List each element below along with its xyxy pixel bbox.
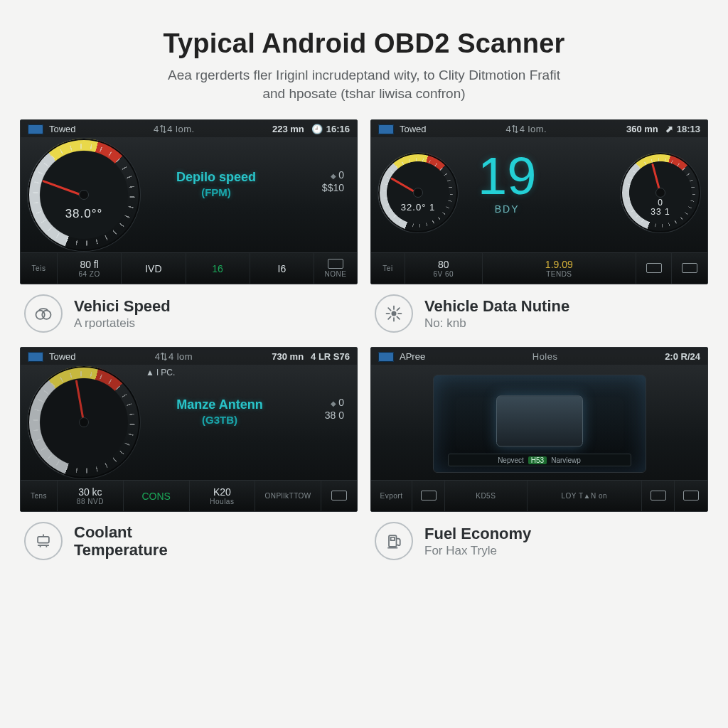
brand-icon: [378, 352, 394, 362]
bb-cell[interactable]: [636, 253, 672, 284]
bb-cell[interactable]: 16: [186, 253, 250, 284]
gauge-readout: 32.0° 1: [378, 202, 458, 213]
bottombar-label: Tens: [31, 492, 47, 500]
caption-title: CoolantTemperature: [74, 523, 168, 560]
bb-cell[interactable]: K20Houlas: [190, 481, 256, 511]
bb-cell[interactable]: LOY T▲N on: [528, 481, 642, 511]
status-bar: Towed 4⇅4 lom. 223 mn 🕘 16:16: [21, 120, 357, 137]
caption-title: Vehicle Data Nutine: [424, 297, 569, 315]
bb-cell[interactable]: IVD: [122, 253, 186, 284]
dashboard-screen-data[interactable]: Towed 4⇅4 lom. 360 mn ⬈ 18:13 32.0° 1 19…: [370, 119, 708, 284]
svg-rect-5: [391, 537, 395, 540]
bottom-toolbar[interactable]: Tei 806V 60 1.9.09TENDS: [371, 252, 707, 284]
top-note: ▲ l PC.: [146, 368, 175, 378]
status-mode: Holes: [432, 351, 658, 362]
distance-readout: 223 mn: [272, 124, 304, 134]
subtitle-line: Aea rgerderts fler Iriginl incrudeptand …: [168, 68, 560, 82]
aux-readout: 0 38 0: [325, 396, 344, 422]
layout-icon: [328, 259, 343, 269]
bb-cell[interactable]: KD5S: [445, 481, 528, 511]
status-mode: 4⇅4 lom.: [434, 124, 619, 134]
svg-rect-3: [38, 537, 49, 543]
brand-icon: [28, 124, 43, 134]
clock-readout: 4 LR S76: [311, 351, 350, 362]
gauge-readout: 38.0°°: [28, 207, 140, 221]
layout-icon: [682, 263, 697, 273]
dashboard-screen-speed[interactable]: Towed 4⇅4 lom. 223 mn 🕘 16:16 38.0°° Dep…: [20, 119, 358, 284]
clock-readout: 16:16: [326, 124, 350, 134]
layout-icon: [646, 263, 662, 273]
bb-cell[interactable]: CONS: [124, 481, 190, 511]
big-number: 19BDY: [478, 150, 536, 214]
engine-view: Nepvect H53 Narviewp: [433, 375, 646, 473]
burst-icon: [375, 294, 413, 333]
brand-label: APree: [400, 351, 425, 362]
bb-cell[interactable]: ONPllkTTOW: [255, 481, 321, 511]
status-bar: Towed 4⇅4 lom 730 mn 4 LR S76: [21, 348, 357, 365]
metric-label: Depilo speed (FPM): [159, 170, 273, 198]
thermo-icon: [24, 522, 63, 560]
layout-icon: [651, 491, 666, 500]
status-bar: Towed 4⇅4 lom. 360 mn ⬈ 18:13: [371, 120, 707, 137]
bb-cell[interactable]: NONE: [314, 253, 357, 284]
caption-sub: No: knb: [424, 316, 569, 331]
metric-label: Manze Antenn (G3TB): [159, 397, 280, 426]
car-icon: [421, 491, 437, 500]
bottom-toolbar[interactable]: Tens 30 kc88 NVD CONS K20Houlas ONPllkTT…: [21, 480, 357, 511]
brand-label: Towed: [49, 124, 76, 134]
svg-point-1: [42, 311, 50, 319]
distance-readout: 360 mn: [626, 124, 658, 134]
bottombar-label: Teis: [32, 264, 46, 272]
clock-icon: ⬈: [665, 124, 673, 134]
layout-icon: [331, 491, 347, 500]
coolant-gauge: [28, 366, 140, 478]
bb-cell[interactable]: I6: [250, 253, 314, 284]
clock-readout: 18:13: [677, 124, 700, 134]
status-mode: 4⇅4 lom: [83, 351, 265, 362]
status-bar: APree Holes 2:0 R/24: [371, 348, 707, 365]
distance-readout: 730 mn: [272, 351, 304, 362]
caption-title: Fuel Economy: [424, 525, 531, 542]
dashboard-screen-fuel[interactable]: APree Holes 2:0 R/24 Nepvect H53 Narview…: [370, 347, 708, 512]
bb-cell[interactable]: [675, 481, 707, 511]
bb-cell[interactable]: 30 kc88 NVD: [58, 481, 124, 511]
page-subtitle: Aea rgerderts fler Iriginl incrudeptand …: [20, 66, 708, 102]
bb-cell[interactable]: [672, 253, 707, 284]
bottom-toolbar[interactable]: Evport KD5S LOY T▲N on: [371, 480, 707, 511]
brand-label: Towed: [400, 124, 427, 134]
clock-readout: 2:0 R/24: [665, 351, 700, 362]
bb-cell[interactable]: 80 fl64 ZO: [58, 253, 122, 284]
svg-point-2: [392, 312, 395, 316]
aux-readout: 0 $$10: [322, 168, 344, 194]
dashboard-screen-coolant[interactable]: Towed 4⇅4 lom 730 mn 4 LR S76 ▲ l PC. Ma…: [20, 347, 358, 512]
panel-grid: Towed 4⇅4 lom. 223 mn 🕘 16:16 38.0°° Dep…: [20, 119, 708, 564]
tach-gauge: 32.0° 1: [378, 153, 458, 232]
bb-cell[interactable]: [642, 481, 675, 511]
tach-gauge: 38.0°°: [28, 139, 140, 251]
bottombar-label: Tei: [382, 264, 392, 272]
bottombar-label: Evport: [380, 492, 403, 500]
bb-cell[interactable]: 806V 60: [405, 253, 483, 284]
status-mode: 4⇅4 lom.: [83, 124, 265, 134]
brand-label: Towed: [49, 351, 76, 362]
bb-cell[interactable]: 1.9.09TENDS: [483, 253, 636, 284]
bb-cell[interactable]: [321, 481, 357, 511]
pump-icon: [375, 522, 413, 560]
caption-title: Vehici Speed: [74, 297, 171, 315]
clock-icon: 🕘: [311, 124, 323, 134]
subtitle-line: and hposate (tshar liwisa confron): [262, 86, 465, 101]
bottom-toolbar[interactable]: Teis 80 fl64 ZO IVD 16 I6 NONE: [21, 252, 357, 284]
brand-icon: [28, 352, 43, 362]
engine-strip: Nepvect H53 Narviewp: [448, 454, 631, 466]
layout-icon: [683, 491, 699, 500]
rings-icon: [24, 294, 63, 333]
page-title: Typical Android OBD2 Scanner: [20, 28, 708, 59]
caption-sub: A rportateis: [74, 316, 171, 331]
aux-gauge: 033 1: [621, 153, 700, 232]
brand-icon: [378, 124, 394, 134]
bb-cell[interactable]: [412, 481, 445, 511]
caption-sub: For Hax Tryle: [424, 544, 531, 558]
